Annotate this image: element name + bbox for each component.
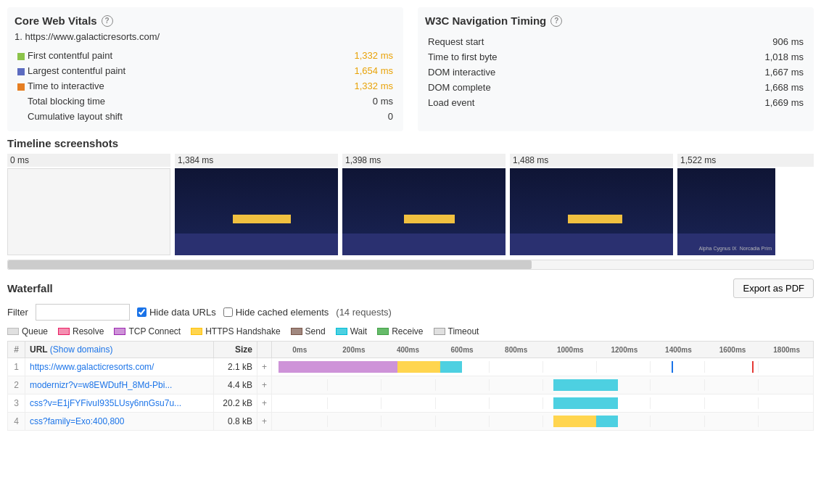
w3c-help-icon[interactable]: ? bbox=[550, 15, 562, 27]
row-url[interactable]: css?family=Exo:400,800 bbox=[25, 413, 214, 431]
row-num: 1 bbox=[8, 358, 25, 376]
screenshot-2: 1,398 ms bbox=[342, 154, 506, 255]
filter-row: Filter Hide data URLs Hide cached elemen… bbox=[7, 304, 814, 321]
row-url[interactable]: modernizr?v=w8EWDufH_8Md-Pbi... bbox=[25, 376, 214, 394]
row-plus[interactable]: + bbox=[257, 413, 272, 431]
cwv-title: Core Web Vitals bbox=[15, 15, 97, 27]
screenshot-1: 1,384 ms bbox=[175, 154, 338, 255]
table-row: 4 css?family=Exo:400,800 0.8 kB + bbox=[8, 413, 814, 431]
legend-item: Send bbox=[291, 326, 326, 336]
screenshot-box-3 bbox=[510, 168, 673, 255]
screenshot-4: 1,522 ms Alpha Cygnus IX Norcadia Prim bbox=[677, 154, 814, 255]
row-bar bbox=[272, 376, 814, 394]
screenshot-box-0 bbox=[7, 168, 170, 255]
screenshot-label-4: 1,522 ms bbox=[677, 154, 814, 167]
row-num: 2 bbox=[8, 376, 25, 394]
screenshot-label-3: 1,488 ms bbox=[510, 154, 673, 167]
legend-item: HTTPS Handshake bbox=[191, 326, 280, 336]
timeline-title: Timeline screenshots bbox=[7, 137, 814, 149]
col-num: # bbox=[8, 342, 25, 358]
timeline-section: Timeline screenshots 0 ms 1,384 ms 1,398… bbox=[0, 131, 821, 255]
filter-input[interactable] bbox=[36, 304, 130, 321]
legend-item: Timeout bbox=[434, 326, 479, 336]
row-size: 0.8 kB bbox=[214, 413, 257, 431]
screenshot-box-2 bbox=[342, 168, 506, 255]
requests-info: (14 requests) bbox=[336, 307, 392, 318]
row-bar bbox=[272, 413, 814, 431]
legend-item: Queue bbox=[7, 326, 48, 336]
w3c-panel: W3C Navigation Timing ? Request start906… bbox=[418, 7, 814, 131]
hide-data-urls-checkbox[interactable] bbox=[137, 307, 147, 317]
legend-item: Resolve bbox=[58, 326, 104, 336]
screenshot-label-1: 1,384 ms bbox=[175, 154, 338, 167]
row-num: 3 bbox=[8, 394, 25, 413]
row-bar bbox=[272, 358, 814, 376]
table-row: 3 css?v=E1jFYFivuI935LUsy6nnGsu7u... 20.… bbox=[8, 394, 814, 413]
waterfall-title: Waterfall bbox=[7, 282, 53, 294]
timeline-scrollbar[interactable] bbox=[7, 260, 814, 270]
hide-cached-checkbox[interactable] bbox=[223, 307, 233, 317]
cwv-help-icon[interactable]: ? bbox=[102, 15, 113, 27]
timeline-screenshots: 0 ms 1,384 ms 1,398 ms 1,488 ms bbox=[7, 154, 814, 255]
hide-cached-label[interactable]: Hide cached elements bbox=[223, 307, 329, 318]
legend-item: Receive bbox=[377, 326, 423, 336]
table-row: 1 https://www.galacticresorts.com/ 2.1 k… bbox=[8, 358, 814, 376]
col-plus bbox=[257, 342, 272, 358]
row-url[interactable]: css?v=E1jFYFivuI935LUsy6nnGsu7u... bbox=[25, 394, 214, 413]
screenshot-0: 0 ms bbox=[7, 154, 170, 255]
screenshot-box-1 bbox=[175, 168, 338, 255]
waterfall-section: Waterfall Export as PDF Filter Hide data… bbox=[0, 274, 821, 438]
table-row: 2 modernizr?v=w8EWDufH_8Md-Pbi... 4.4 kB… bbox=[8, 376, 814, 394]
legend-item: TCP Connect bbox=[114, 326, 181, 336]
col-size: Size bbox=[214, 342, 257, 358]
waterfall-table: # URL (Show domains) Size 0ms200ms400ms6… bbox=[7, 341, 814, 431]
filter-label: Filter bbox=[7, 307, 28, 318]
hide-data-urls-label[interactable]: Hide data URLs bbox=[137, 307, 216, 318]
cwv-url: 1. https://www.galacticresorts.com/ bbox=[15, 31, 396, 42]
row-url[interactable]: https://www.galacticresorts.com/ bbox=[25, 358, 214, 376]
screenshot-3: 1,488 ms bbox=[510, 154, 673, 255]
row-plus[interactable]: + bbox=[257, 358, 272, 376]
screenshot-label-2: 1,398 ms bbox=[342, 154, 506, 167]
col-url[interactable]: URL (Show domains) bbox=[25, 342, 214, 358]
legend-row: QueueResolveTCP ConnectHTTPS HandshakeSe… bbox=[7, 326, 814, 336]
row-size: 20.2 kB bbox=[214, 394, 257, 413]
legend-item: Wait bbox=[336, 326, 368, 336]
export-pdf-button[interactable]: Export as PDF bbox=[733, 278, 814, 298]
row-plus[interactable]: + bbox=[257, 376, 272, 394]
row-bar bbox=[272, 394, 814, 413]
screenshot-label-0: 0 ms bbox=[7, 154, 170, 167]
row-num: 4 bbox=[8, 413, 25, 431]
row-plus[interactable]: + bbox=[257, 394, 272, 413]
row-size: 2.1 kB bbox=[214, 358, 257, 376]
cwv-panel: Core Web Vitals ? 1. https://www.galacti… bbox=[7, 7, 403, 131]
w3c-title: W3C Navigation Timing bbox=[425, 15, 546, 27]
screenshot-box-4: Alpha Cygnus IX Norcadia Prim bbox=[677, 168, 775, 255]
col-timeline: 0ms200ms400ms600ms800ms1000ms1200ms1400m… bbox=[272, 342, 814, 358]
row-size: 4.4 kB bbox=[214, 376, 257, 394]
